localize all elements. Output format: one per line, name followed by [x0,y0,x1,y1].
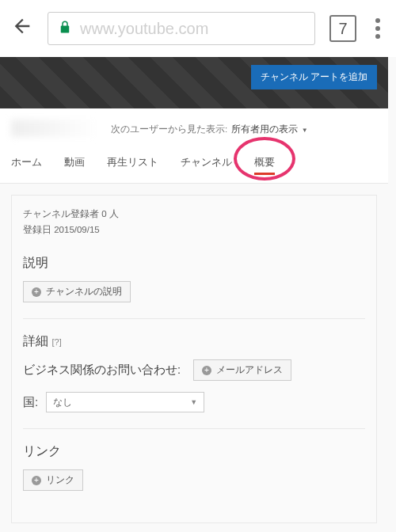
view-as-label: 次のユーザーから見た表示: [111,124,227,134]
add-description-button[interactable]: + チャンネルの説明 [23,281,131,302]
tab-channels[interactable]: チャンネル [181,156,232,175]
back-button[interactable] [11,14,33,44]
tab-playlists[interactable]: 再生リスト [107,156,158,175]
tab-about[interactable]: 概要 [254,156,275,175]
subscriber-count: チャンネル登録者 0 人 [23,207,365,222]
chevron-down-icon: ▼ [190,398,197,406]
chevron-down-icon: ▼ [302,127,308,134]
channel-name-blurred [11,120,98,137]
plus-icon: + [32,476,41,485]
tab-videos[interactable]: 動画 [64,156,85,175]
view-as-dropdown[interactable]: 所有者用の表示 ▼ [231,124,308,134]
country-label: 国: [23,395,38,410]
links-title: リンク [23,443,365,460]
divider [23,428,365,429]
plus-icon: + [32,287,41,297]
add-channel-art-button[interactable]: チャンネル アートを追加 [251,65,377,89]
channel-tabs: ホーム 動画 再生リスト チャンネル 概要 [0,145,388,184]
browser-toolbar: www.youtube.com 7 [0,0,396,57]
add-link-label: リンク [46,474,74,486]
url-bar[interactable]: www.youtube.com [48,12,315,45]
channel-stats: チャンネル登録者 0 人 登録日 2015/09/15 [23,207,365,238]
add-description-label: チャンネルの説明 [46,286,122,298]
about-content: チャンネル登録者 0 人 登録日 2015/09/15 説明 + チャンネルの説… [0,184,388,523]
add-email-label: メールアドレス [216,364,283,376]
add-email-button[interactable]: + メールアドレス [193,359,291,381]
channel-header: 次のユーザーから見た表示: 所有者用の表示 ▼ [0,108,388,145]
plus-icon: + [202,366,211,375]
business-inquiry-label: ビジネス関係のお問い合わせ: [23,363,181,378]
add-link-button[interactable]: + リンク [23,469,83,491]
lock-icon [58,18,72,39]
browser-menu-button[interactable] [371,13,385,44]
url-text: www.youtube.com [80,20,208,38]
divider [23,318,365,319]
tab-count-button[interactable]: 7 [329,15,356,42]
help-icon[interactable]: [?] [51,337,61,347]
country-value: なし [53,397,72,408]
tab-home[interactable]: ホーム [11,156,42,175]
join-date: 登録日 2015/09/15 [23,222,365,238]
country-select[interactable]: なし ▼ [46,392,204,412]
description-title: 説明 [23,255,365,272]
channel-banner: チャンネル アートを追加 [0,57,388,108]
tab-count-value: 7 [338,20,347,38]
details-title: 詳細 [?] [23,333,365,350]
